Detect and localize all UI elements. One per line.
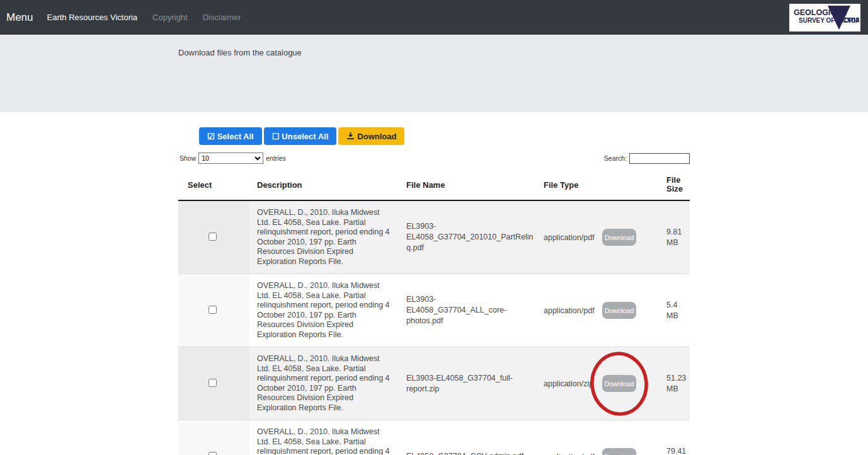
row-file-name: EL4058_G37704_GSV-admin.pdf <box>401 420 538 455</box>
row-download-button[interactable]: Download <box>602 448 636 455</box>
column-header-file-name[interactable]: File Name <box>401 170 538 200</box>
unselect-all-button[interactable]: ☐ Unselect All <box>264 127 337 145</box>
table-row: OVERALL, D., 2010. Iluka Midwest Ltd. EL… <box>178 200 690 274</box>
page: Menu Earth Resources Victoria Copyright … <box>0 0 868 455</box>
row-file-name: EL3903-EL4058_G37704_full-report.zip <box>401 347 538 420</box>
table-body: OVERALL, D., 2010. Iluka Midwest Ltd. EL… <box>178 200 690 455</box>
select-all-label: Select All <box>217 132 254 141</box>
row-file-type: application/pdf <box>538 274 598 347</box>
files-table: Select Description File Name File Type F… <box>178 170 690 455</box>
row-select-checkbox[interactable] <box>208 452 217 455</box>
search-control: Search: <box>604 153 690 164</box>
row-file-size: 5.4 MB <box>663 274 690 347</box>
row-select-cell <box>178 200 249 274</box>
column-header-download <box>598 170 663 200</box>
row-file-name: EL3903- EL4058_G37704_201010_PartRelinq.… <box>401 200 538 274</box>
nav-item-earth-resources-victoria[interactable]: Earth Resources Victoria <box>47 13 138 22</box>
hero-band: Download files from the catalogue <box>0 35 868 112</box>
row-file-name: EL3903-EL4058_G37704_ALL_core- photos.pd… <box>401 274 538 347</box>
nav-item-disclaimer[interactable]: Disclaimer <box>203 13 241 22</box>
row-download-cell: Download <box>598 347 663 420</box>
search-input[interactable] <box>629 153 690 164</box>
checkbox-empty-icon: ☐ <box>272 132 280 141</box>
download-selected-button[interactable]: Download <box>338 127 404 145</box>
table-header: Select Description File Name File Type F… <box>178 170 690 200</box>
main-content: ☑ Select All ☐ Unselect All Download Sho… <box>178 127 690 455</box>
nav-links: Earth Resources Victoria Copyright Discl… <box>47 13 241 22</box>
row-file-type: application/zip <box>538 347 598 420</box>
table-row: OVERALL, D., 2010. Iluka Midwest Ltd. EL… <box>178 420 690 455</box>
search-label: Search: <box>604 154 627 162</box>
row-download-cell: Download <box>598 200 663 274</box>
row-description: OVERALL, D., 2010. Iluka Midwest Ltd. EL… <box>249 420 401 455</box>
row-file-size: 9.81 MB <box>663 200 690 274</box>
nav-item-copyright[interactable]: Copyright <box>152 13 188 22</box>
row-select-cell <box>178 347 249 420</box>
menu-button[interactable]: Menu <box>6 11 33 24</box>
column-header-file-type[interactable]: File Type <box>538 170 598 200</box>
download-selected-label: Download <box>357 132 396 141</box>
table-row: OVERALL, D., 2010. Iluka Midwest Ltd. EL… <box>178 274 690 347</box>
row-select-cell <box>178 420 249 455</box>
download-icon <box>346 132 355 140</box>
column-header-description[interactable]: Description <box>249 170 401 200</box>
row-select-checkbox[interactable] <box>208 233 217 241</box>
column-header-file-size[interactable]: File Size <box>663 170 690 200</box>
row-select-checkbox[interactable] <box>208 306 217 314</box>
row-download-cell: Download <box>598 274 663 347</box>
navbar: Menu Earth Resources Victoria Copyright … <box>0 0 868 35</box>
row-select-cell <box>178 274 249 347</box>
row-download-button[interactable]: Download <box>602 375 636 392</box>
toolbar: ☑ Select All ☐ Unselect All Download <box>199 127 690 145</box>
row-select-checkbox[interactable] <box>208 379 217 387</box>
row-description: OVERALL, D., 2010. Iluka Midwest Ltd. EL… <box>249 347 401 420</box>
select-all-button[interactable]: ☑ Select All <box>199 127 262 145</box>
unselect-all-label: Unselect All <box>282 132 328 141</box>
gsv-logo-graphic: GEOLOGICAL SURVEY OF VICTORIA TORIA <box>791 4 859 31</box>
row-file-size: 79.41 KB <box>663 420 690 455</box>
row-file-type: application/pdf <box>538 420 598 455</box>
table-row: OVERALL, D., 2010. Iluka Midwest Ltd. EL… <box>178 347 690 420</box>
row-download-button[interactable]: Download <box>602 302 636 319</box>
page-length-control: Show 10 entries <box>180 153 286 164</box>
logo-line2-tail: TORIA <box>840 17 859 24</box>
row-description: OVERALL, D., 2010. Iluka Midwest Ltd. EL… <box>249 274 401 347</box>
row-download-cell: Download <box>598 420 663 455</box>
row-description: OVERALL, D., 2010. Iluka Midwest Ltd. EL… <box>249 200 401 274</box>
show-label: Show <box>180 154 196 162</box>
row-file-type: application/pdf <box>538 200 598 274</box>
geological-survey-of-victoria-logo: GEOLOGICAL SURVEY OF VICTORIA TORIA <box>789 4 860 32</box>
row-file-size: 51.23 MB <box>663 347 690 420</box>
page-title: Download files from the catalogue <box>178 48 690 57</box>
row-download-button[interactable]: Download <box>602 229 636 246</box>
checkbox-checked-icon: ☑ <box>207 132 215 141</box>
entries-label: entries <box>266 154 286 162</box>
page-length-select[interactable]: 10 <box>198 153 263 164</box>
table-controls: Show 10 entries Search: <box>178 153 690 164</box>
column-header-select[interactable]: Select <box>178 170 249 200</box>
